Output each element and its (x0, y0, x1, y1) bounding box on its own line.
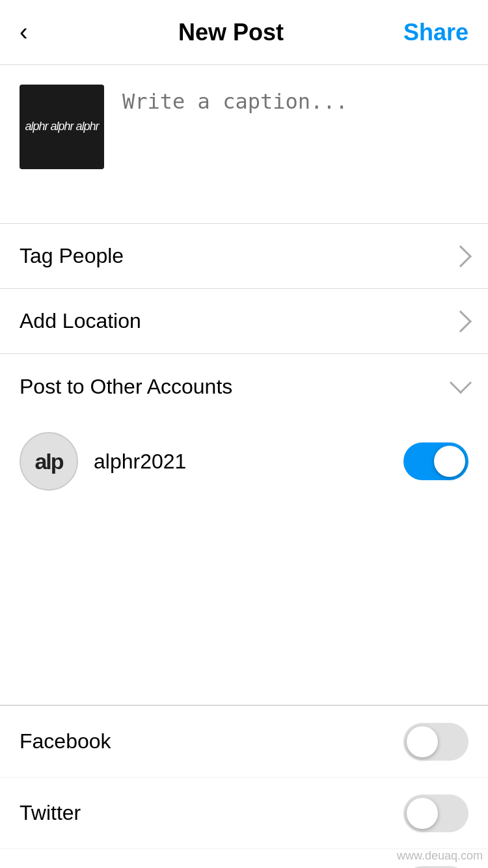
facebook-toggle[interactable] (403, 723, 468, 761)
chevron-right-icon (450, 245, 472, 267)
add-location-label: Add Location (20, 309, 141, 333)
add-location-section: Add Location (0, 289, 488, 354)
twitter-label: Twitter (20, 801, 81, 825)
twitter-toggle[interactable] (403, 794, 468, 832)
toggle-thumb (407, 726, 438, 757)
account-row: alp alphr2021 (0, 419, 488, 510)
page-title: New Post (59, 19, 403, 46)
caption-input[interactable] (122, 85, 468, 204)
post-thumbnail: alphr alphr alphr (20, 85, 104, 169)
account-toggle[interactable] (403, 442, 468, 480)
share-button[interactable]: Share (403, 19, 468, 46)
twitter-item: Twitter (0, 778, 488, 849)
thumbnail-text: alphr alphr alphr (20, 113, 103, 140)
facebook-label: Facebook (20, 729, 111, 753)
header: ‹ New Post Share (0, 0, 488, 65)
post-to-other-accounts-header[interactable]: Post to Other Accounts (0, 354, 488, 419)
post-to-other-accounts-section: Post to Other Accounts alp alphr2021 (0, 354, 488, 706)
account-name: alphr2021 (94, 450, 186, 474)
watermark: www.deuaq.com (397, 849, 483, 863)
add-location-item[interactable]: Add Location (0, 289, 488, 354)
tag-people-label: Tag People (20, 244, 124, 268)
tag-people-section: Tag People (0, 224, 488, 289)
social-section: Facebook Twitter Tumblr (0, 706, 488, 868)
spacer (0, 510, 488, 705)
post-to-other-accounts-label: Post to Other Accounts (20, 375, 232, 399)
chevron-down-icon (450, 372, 472, 394)
chevron-right-icon (450, 310, 472, 332)
caption-section: alphr alphr alphr (0, 65, 488, 224)
account-info: alp alphr2021 (20, 432, 186, 491)
avatar: alp (20, 432, 78, 491)
facebook-item: Facebook (0, 706, 488, 778)
avatar-text: alp (34, 449, 62, 474)
back-button[interactable]: ‹ (20, 18, 59, 46)
toggle-thumb (434, 446, 465, 477)
tag-people-item[interactable]: Tag People (0, 224, 488, 289)
toggle-thumb (407, 798, 438, 829)
